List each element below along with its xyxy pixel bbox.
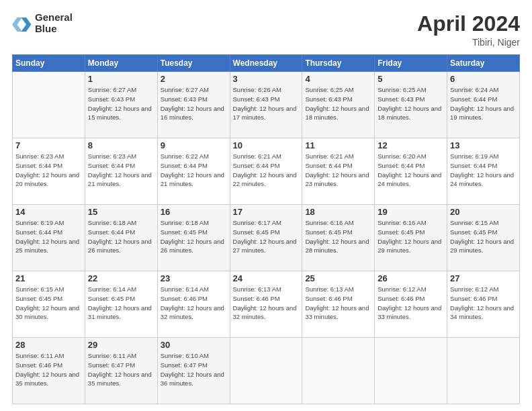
calendar-cell: 2Sunrise: 6:27 AM Sunset: 6:43 PM Daylig… bbox=[157, 72, 230, 138]
calendar-cell bbox=[302, 338, 375, 404]
day-info: Sunrise: 6:19 AM Sunset: 6:44 PM Dayligh… bbox=[15, 218, 82, 255]
calendar-week-2: 7Sunrise: 6:23 AM Sunset: 6:44 PM Daylig… bbox=[13, 138, 520, 205]
day-number: 11 bbox=[305, 140, 371, 150]
calendar-cell: 3Sunrise: 6:26 AM Sunset: 6:43 PM Daylig… bbox=[230, 72, 302, 138]
calendar-cell: 27Sunrise: 6:12 AM Sunset: 6:46 PM Dayli… bbox=[447, 271, 520, 338]
day-info: Sunrise: 6:22 AM Sunset: 6:44 PM Dayligh… bbox=[161, 152, 227, 189]
calendar-cell: 18Sunrise: 6:16 AM Sunset: 6:45 PM Dayli… bbox=[302, 205, 375, 271]
calendar-cell: 26Sunrise: 6:12 AM Sunset: 6:46 PM Dayli… bbox=[375, 271, 447, 338]
day-header-thursday: Thursday bbox=[302, 55, 375, 72]
day-number: 1 bbox=[88, 74, 154, 84]
day-header-wednesday: Wednesday bbox=[230, 55, 302, 72]
day-info: Sunrise: 6:24 AM Sunset: 6:44 PM Dayligh… bbox=[450, 85, 517, 122]
calendar-cell: 24Sunrise: 6:13 AM Sunset: 6:46 PM Dayli… bbox=[230, 271, 302, 338]
day-number: 24 bbox=[233, 273, 300, 283]
day-number: 28 bbox=[15, 340, 82, 350]
day-info: Sunrise: 6:12 AM Sunset: 6:46 PM Dayligh… bbox=[378, 285, 444, 322]
day-info: Sunrise: 6:16 AM Sunset: 6:45 PM Dayligh… bbox=[305, 218, 371, 255]
calendar-cell: 23Sunrise: 6:14 AM Sunset: 6:46 PM Dayli… bbox=[157, 271, 230, 338]
day-number: 10 bbox=[233, 140, 300, 150]
day-number: 21 bbox=[15, 273, 82, 283]
calendar-cell: 13Sunrise: 6:19 AM Sunset: 6:44 PM Dayli… bbox=[447, 138, 520, 205]
svg-marker-0 bbox=[21, 17, 32, 32]
day-info: Sunrise: 6:27 AM Sunset: 6:43 PM Dayligh… bbox=[161, 85, 227, 122]
day-number: 26 bbox=[378, 273, 444, 283]
calendar-week-3: 14Sunrise: 6:19 AM Sunset: 6:44 PM Dayli… bbox=[13, 205, 520, 271]
calendar-cell: 12Sunrise: 6:20 AM Sunset: 6:44 PM Dayli… bbox=[375, 138, 447, 205]
day-number: 25 bbox=[305, 273, 371, 283]
location: Tibiri, Niger bbox=[417, 37, 520, 48]
day-info: Sunrise: 6:11 AM Sunset: 6:47 PM Dayligh… bbox=[88, 351, 154, 388]
day-info: Sunrise: 6:13 AM Sunset: 6:46 PM Dayligh… bbox=[305, 285, 371, 322]
day-number: 16 bbox=[161, 207, 227, 217]
day-info: Sunrise: 6:19 AM Sunset: 6:44 PM Dayligh… bbox=[450, 152, 517, 189]
day-info: Sunrise: 6:21 AM Sunset: 6:44 PM Dayligh… bbox=[233, 152, 300, 189]
day-info: Sunrise: 6:13 AM Sunset: 6:46 PM Dayligh… bbox=[233, 285, 300, 322]
day-header-monday: Monday bbox=[85, 55, 157, 72]
day-number: 29 bbox=[88, 340, 154, 350]
calendar-cell: 21Sunrise: 6:15 AM Sunset: 6:45 PM Dayli… bbox=[13, 271, 85, 338]
calendar-cell bbox=[447, 338, 520, 404]
calendar-cell: 4Sunrise: 6:25 AM Sunset: 6:43 PM Daylig… bbox=[302, 72, 375, 138]
day-number: 7 bbox=[15, 140, 82, 150]
main-title: April 2024 bbox=[417, 12, 520, 36]
day-info: Sunrise: 6:25 AM Sunset: 6:43 PM Dayligh… bbox=[305, 85, 371, 122]
day-number: 23 bbox=[161, 273, 227, 283]
day-info: Sunrise: 6:15 AM Sunset: 6:45 PM Dayligh… bbox=[450, 218, 517, 255]
day-number: 12 bbox=[378, 140, 444, 150]
calendar-cell: 19Sunrise: 6:16 AM Sunset: 6:45 PM Dayli… bbox=[375, 205, 447, 271]
calendar-header-row: SundayMondayTuesdayWednesdayThursdayFrid… bbox=[13, 55, 520, 72]
calendar-cell: 25Sunrise: 6:13 AM Sunset: 6:46 PM Dayli… bbox=[302, 271, 375, 338]
svg-marker-1 bbox=[12, 17, 22, 32]
day-header-tuesday: Tuesday bbox=[157, 55, 230, 72]
calendar-cell: 8Sunrise: 6:23 AM Sunset: 6:44 PM Daylig… bbox=[85, 138, 157, 205]
calendar-cell bbox=[375, 338, 447, 404]
page: General Blue April 2024 Tibiri, Niger Su… bbox=[0, 0, 532, 411]
calendar-cell: 1Sunrise: 6:27 AM Sunset: 6:43 PM Daylig… bbox=[85, 72, 157, 138]
calendar-cell bbox=[13, 72, 85, 138]
day-number: 18 bbox=[305, 207, 371, 217]
calendar-cell: 29Sunrise: 6:11 AM Sunset: 6:47 PM Dayli… bbox=[85, 338, 157, 404]
day-info: Sunrise: 6:14 AM Sunset: 6:46 PM Dayligh… bbox=[161, 285, 227, 322]
logo-icon bbox=[12, 13, 32, 34]
day-info: Sunrise: 6:12 AM Sunset: 6:46 PM Dayligh… bbox=[450, 285, 517, 322]
day-number: 6 bbox=[450, 74, 517, 84]
day-info: Sunrise: 6:27 AM Sunset: 6:43 PM Dayligh… bbox=[88, 85, 154, 122]
day-info: Sunrise: 6:18 AM Sunset: 6:44 PM Dayligh… bbox=[88, 218, 154, 255]
calendar-cell: 30Sunrise: 6:10 AM Sunset: 6:47 PM Dayli… bbox=[157, 338, 230, 404]
day-info: Sunrise: 6:18 AM Sunset: 6:45 PM Dayligh… bbox=[161, 218, 227, 255]
logo-text: General Blue bbox=[35, 12, 73, 34]
calendar-week-1: 1Sunrise: 6:27 AM Sunset: 6:43 PM Daylig… bbox=[13, 72, 520, 138]
calendar-cell: 11Sunrise: 6:21 AM Sunset: 6:44 PM Dayli… bbox=[302, 138, 375, 205]
title-block: April 2024 Tibiri, Niger bbox=[417, 12, 520, 48]
day-header-sunday: Sunday bbox=[13, 55, 85, 72]
day-number: 20 bbox=[450, 207, 517, 217]
day-info: Sunrise: 6:16 AM Sunset: 6:45 PM Dayligh… bbox=[378, 218, 444, 255]
day-info: Sunrise: 6:20 AM Sunset: 6:44 PM Dayligh… bbox=[378, 152, 444, 189]
logo: General Blue bbox=[12, 12, 73, 34]
calendar-cell: 28Sunrise: 6:11 AM Sunset: 6:46 PM Dayli… bbox=[13, 338, 85, 404]
day-number: 13 bbox=[450, 140, 517, 150]
calendar-cell: 7Sunrise: 6:23 AM Sunset: 6:44 PM Daylig… bbox=[13, 138, 85, 205]
calendar-cell: 9Sunrise: 6:22 AM Sunset: 6:44 PM Daylig… bbox=[157, 138, 230, 205]
calendar-cell: 6Sunrise: 6:24 AM Sunset: 6:44 PM Daylig… bbox=[447, 72, 520, 138]
day-number: 8 bbox=[88, 140, 154, 150]
day-number: 15 bbox=[88, 207, 154, 217]
calendar-cell: 5Sunrise: 6:25 AM Sunset: 6:43 PM Daylig… bbox=[375, 72, 447, 138]
day-info: Sunrise: 6:10 AM Sunset: 6:47 PM Dayligh… bbox=[161, 351, 227, 388]
day-header-friday: Friday bbox=[375, 55, 447, 72]
day-number: 22 bbox=[88, 273, 154, 283]
day-number: 2 bbox=[161, 74, 227, 84]
day-header-saturday: Saturday bbox=[447, 55, 520, 72]
day-number: 3 bbox=[233, 74, 300, 84]
calendar-cell: 15Sunrise: 6:18 AM Sunset: 6:44 PM Dayli… bbox=[85, 205, 157, 271]
calendar-table: SundayMondayTuesdayWednesdayThursdayFrid… bbox=[12, 54, 520, 404]
day-info: Sunrise: 6:25 AM Sunset: 6:43 PM Dayligh… bbox=[378, 85, 444, 122]
calendar-cell: 17Sunrise: 6:17 AM Sunset: 6:45 PM Dayli… bbox=[230, 205, 302, 271]
calendar-cell: 22Sunrise: 6:14 AM Sunset: 6:45 PM Dayli… bbox=[85, 271, 157, 338]
day-info: Sunrise: 6:15 AM Sunset: 6:45 PM Dayligh… bbox=[15, 285, 82, 322]
day-number: 5 bbox=[378, 74, 444, 84]
day-info: Sunrise: 6:11 AM Sunset: 6:46 PM Dayligh… bbox=[15, 351, 82, 388]
day-number: 17 bbox=[233, 207, 300, 217]
day-info: Sunrise: 6:14 AM Sunset: 6:45 PM Dayligh… bbox=[88, 285, 154, 322]
